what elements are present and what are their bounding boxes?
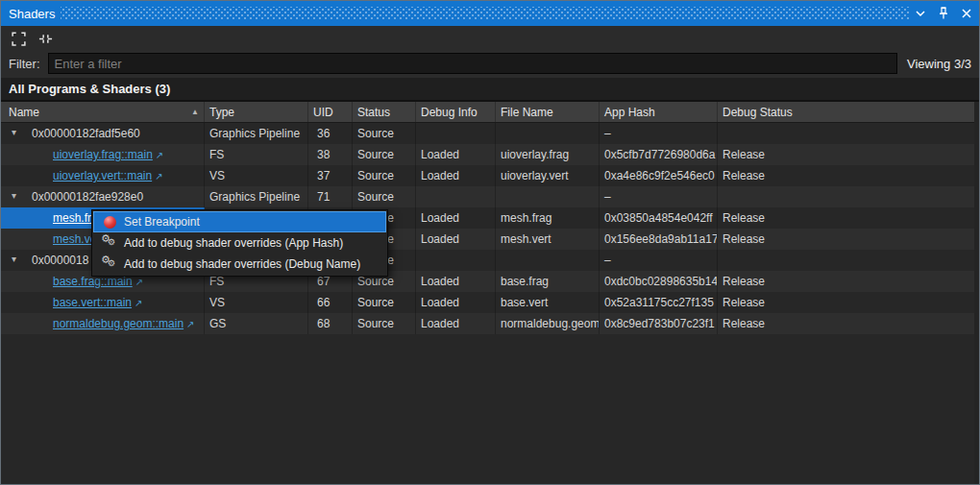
pin-button[interactable] xyxy=(935,5,952,22)
collapse-all-button[interactable] xyxy=(36,29,55,48)
column-header-status[interactable]: Status xyxy=(353,102,416,122)
table-row[interactable]: ▾0x00000182fadf5e60Graphics Pipeline36So… xyxy=(1,123,979,144)
cell-debug-status: Release xyxy=(718,292,979,313)
filter-label: Filter: xyxy=(9,57,40,71)
cell-file-name: uioverlay.frag xyxy=(496,144,600,165)
cell-type: VS xyxy=(205,292,308,313)
column-header-app-hash[interactable]: App Hash xyxy=(600,102,718,122)
gears-icon: ⚙⚙ xyxy=(101,256,118,272)
column-header-file-name[interactable]: File Name xyxy=(496,102,600,122)
external-link-icon: ↗ xyxy=(186,319,194,329)
close-icon xyxy=(962,9,971,18)
shaders-panel: Shaders xyxy=(0,0,980,485)
cell-debug-info: Loaded xyxy=(416,165,496,186)
external-link-icon: ↗ xyxy=(156,150,163,160)
shader-source-link[interactable]: uioverlay.vert::main xyxy=(53,169,152,182)
cell-app-hash: 0xa4e86c9f2e546ec0 xyxy=(600,165,718,186)
column-label: UID xyxy=(313,106,333,119)
cell-app-hash: 0x5cfb7d7726980d6a xyxy=(600,144,718,165)
cell-debug-info: Loaded xyxy=(416,229,496,250)
table-row[interactable]: base.vert::main↗VS66SourceLoadedbase.ver… xyxy=(1,292,979,313)
cell-file-name: base.vert xyxy=(496,292,600,313)
cell-status: Source xyxy=(353,144,416,165)
context-menu-item-label: Add to debug shader overrides (App Hash) xyxy=(124,236,343,250)
gears-icon: ⚙⚙ xyxy=(101,235,118,251)
cell-app-hash: – xyxy=(600,250,718,271)
cell-debug-info xyxy=(416,123,496,144)
cell-debug-info: Loaded xyxy=(416,207,496,229)
cell-file-name: mesh.vert xyxy=(496,229,600,250)
cell-uid: 38 xyxy=(308,144,353,165)
shader-source-link[interactable]: normaldebug.geom::main xyxy=(53,317,184,330)
shader-name-cell: normaldebug.geom::main↗ xyxy=(1,313,205,334)
expand-arrow-icon[interactable]: ▾ xyxy=(12,190,16,201)
panel-titlebar[interactable]: Shaders xyxy=(1,1,979,26)
close-button[interactable] xyxy=(958,5,975,22)
cell-debug-status xyxy=(718,250,979,271)
shader-source-link[interactable]: base.vert::main xyxy=(53,296,132,309)
collapse-all-icon xyxy=(38,32,53,46)
column-header-uid[interactable]: UID xyxy=(308,102,353,122)
column-header-debug-status[interactable]: Debug Status xyxy=(718,102,979,122)
table-row[interactable]: ▾0x00000182fae928e0Graphics Pipeline71So… xyxy=(1,186,979,207)
cell-type: FS xyxy=(205,144,308,165)
context-menu-item[interactable]: ⚙⚙Add to debug shader overrides (App Has… xyxy=(93,232,386,254)
external-link-icon: ↗ xyxy=(135,298,142,308)
external-link-icon: ↗ xyxy=(155,171,162,182)
expand-arrow-icon[interactable]: ▾ xyxy=(12,254,16,264)
dock-options-button[interactable] xyxy=(912,5,929,22)
column-header-type[interactable]: Type xyxy=(205,102,308,122)
expand-all-button[interactable] xyxy=(9,29,28,48)
pin-icon xyxy=(938,7,949,20)
column-header-name[interactable]: Name▲ xyxy=(1,102,205,122)
table-row[interactable]: uioverlay.vert::main↗VS37SourceLoadeduio… xyxy=(1,165,979,186)
pipeline-name: 0x00000182fae928e0 xyxy=(32,190,143,204)
cell-debug-status: Release xyxy=(718,229,979,250)
table-row[interactable]: uioverlay.frag::main↗FS38SourceLoadeduio… xyxy=(1,144,979,165)
context-menu-item[interactable]: Set Breakpoint xyxy=(93,211,386,232)
cell-app-hash: 0xdc0bc02898635b14 xyxy=(600,271,718,292)
column-label: Debug Status xyxy=(723,106,793,119)
cell-debug-status xyxy=(718,123,979,144)
table-row[interactable]: normaldebug.geom::main↗GS68SourceLoadedn… xyxy=(1,313,979,334)
cell-type: VS xyxy=(205,165,308,186)
pipeline-name: 0x00000182fadf5e60 xyxy=(32,127,140,140)
cell-app-hash: – xyxy=(600,123,718,144)
column-label: Debug Info xyxy=(421,106,478,119)
pipeline-name: 0x0000018 xyxy=(32,254,88,267)
cell-type: GS xyxy=(205,313,308,334)
table-header-row: Name▲TypeUIDStatusDebug InfoFile NameApp… xyxy=(1,102,979,123)
shader-source-link[interactable]: base.frag::main xyxy=(53,275,133,288)
context-menu-item[interactable]: ⚙⚙Add to debug shader overrides (Debug N… xyxy=(93,254,386,275)
cell-uid: 68 xyxy=(308,313,353,334)
panel-title: Shaders xyxy=(1,7,55,21)
column-header-debug-info[interactable]: Debug Info xyxy=(416,102,496,122)
cell-file-name xyxy=(496,186,600,207)
column-label: File Name xyxy=(501,106,553,119)
cell-file-name: normaldebug.geom xyxy=(496,313,600,334)
cell-debug-info xyxy=(416,186,496,207)
cell-debug-status: Release xyxy=(718,207,979,229)
expand-arrow-icon[interactable]: ▾ xyxy=(12,127,16,137)
cell-app-hash: 0x8c9ed783b07c23f1 xyxy=(600,313,718,334)
cell-status: Source xyxy=(353,123,416,144)
sort-ascending-icon: ▲ xyxy=(191,108,199,116)
column-label: Type xyxy=(209,106,234,119)
cell-status: Source xyxy=(353,313,416,334)
breakpoint-icon xyxy=(104,216,116,229)
cell-uid: 36 xyxy=(308,123,353,144)
column-label: App Hash xyxy=(604,106,655,119)
context-menu-item-label: Set Breakpoint xyxy=(124,215,200,229)
cell-status: Source xyxy=(353,165,416,186)
cell-app-hash: 0x03850a4854e042ff xyxy=(600,207,718,229)
context-menu-item-label: Add to debug shader overrides (Debug Nam… xyxy=(124,257,360,271)
shader-source-link[interactable]: uioverlay.frag::main xyxy=(53,148,153,161)
cell-debug-status: Release xyxy=(718,271,979,292)
filter-input[interactable] xyxy=(48,53,898,74)
cell-debug-info: Loaded xyxy=(416,292,496,313)
cell-status: Source xyxy=(353,292,416,313)
scrollbar-gutter[interactable] xyxy=(974,102,979,484)
cell-file-name: mesh.frag xyxy=(496,207,600,229)
section-header: All Programs & Shaders (3) xyxy=(1,78,979,100)
pipeline-name-cell: ▾0x00000182fae928e0 xyxy=(1,186,205,207)
